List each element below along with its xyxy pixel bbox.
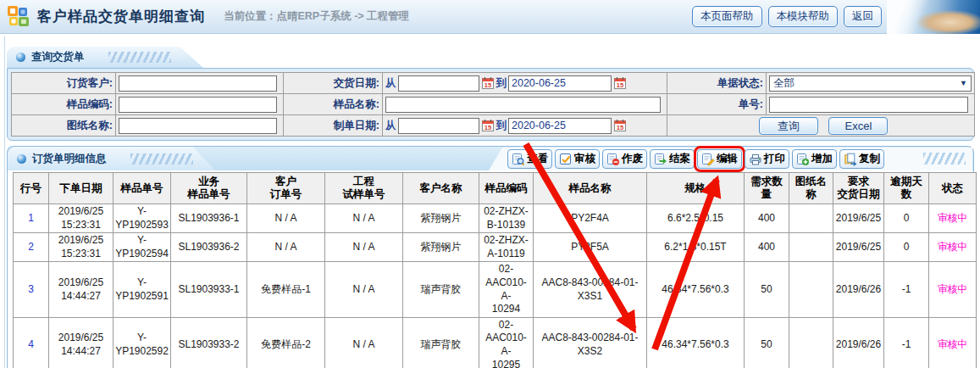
detail-section-tab: 订货单明细信息 bbox=[8, 147, 215, 170]
add-button[interactable]: 增加 bbox=[792, 149, 837, 169]
cell: AAC8-843-00284-01- X3S2 bbox=[534, 317, 647, 368]
delivery-date-to-input[interactable] bbox=[508, 75, 612, 92]
copy-button[interactable]: 复制 bbox=[839, 149, 884, 169]
cell: 2019/6/25 15:23:31 bbox=[49, 204, 114, 233]
top-header: 客户样品交货单明细查询 当前位置：点晴ERP子系统 -> 工程管理 本页面帮助 … bbox=[0, 0, 980, 34]
cell: 3 bbox=[14, 262, 49, 317]
cell: N / A bbox=[325, 317, 403, 368]
query-form-body: 订货客户: 交货日期: 从 15 到 15 单据状态: 全 bbox=[7, 68, 974, 141]
print-icon bbox=[749, 153, 762, 166]
sample-name-input[interactable] bbox=[385, 97, 661, 113]
doc-status-select[interactable]: 全部 ▼ bbox=[769, 75, 972, 92]
delivery-date-from-input[interactable] bbox=[398, 75, 479, 92]
cell: Y- YP1902592 bbox=[114, 317, 171, 368]
sample-code-label: 样品编码: bbox=[12, 94, 116, 115]
excel-button[interactable]: Excel bbox=[828, 117, 888, 135]
order-detail-table: 行号 下单日期 样品单号 业务 样品单号 客户 订单号 工程 试样单号 客户名称… bbox=[13, 172, 977, 368]
cell: 50 bbox=[745, 262, 789, 317]
print-button[interactable]: 打印 bbox=[745, 149, 789, 169]
search-button[interactable]: 查询 bbox=[759, 117, 818, 135]
cell bbox=[789, 317, 833, 368]
delivery-date-label: 交货日期: bbox=[284, 73, 383, 94]
make-date-label: 制单日期: bbox=[284, 115, 383, 137]
cell: 2019/6/25 15:23:31 bbox=[49, 233, 114, 262]
cell: Y- YP1902593 bbox=[114, 204, 171, 233]
cell: 0 bbox=[884, 204, 929, 233]
col-line-no: 行号 bbox=[14, 173, 49, 204]
col-customer-name: 客户名称 bbox=[403, 173, 479, 204]
close-case-button[interactable]: 结案 bbox=[650, 149, 695, 169]
cell: SL1903933-1 bbox=[171, 262, 247, 317]
svg-text:15: 15 bbox=[484, 124, 490, 131]
to-label: 到 bbox=[496, 119, 507, 133]
order-customer-input[interactable] bbox=[119, 75, 277, 92]
cell: 46.34*7.56*0.3 bbox=[647, 317, 745, 368]
module-help-button[interactable]: 本模块帮助 bbox=[768, 6, 839, 27]
page-title: 客户样品交货单明细查询 bbox=[37, 7, 205, 26]
drawing-name-input[interactable] bbox=[119, 118, 277, 134]
sample-name-label: 样品名称: bbox=[284, 94, 383, 115]
cell: N / A bbox=[247, 233, 325, 262]
cell: 400 bbox=[745, 233, 789, 262]
void-button[interactable]: 作废 bbox=[602, 149, 647, 169]
cell: Y- YP1902594 bbox=[114, 233, 171, 262]
svg-text:15: 15 bbox=[484, 81, 490, 89]
calendar-icon[interactable]: 15 bbox=[613, 119, 627, 132]
view-button[interactable]: 查看 bbox=[507, 149, 552, 169]
col-trial-no: 工程 试样单号 bbox=[325, 173, 403, 204]
table-row[interactable]: 4 2019/6/25 14:44:27 Y- YP1902592 SL1903… bbox=[14, 317, 977, 368]
doc-status-value: 全部 bbox=[773, 76, 795, 91]
col-spec: 规格 bbox=[647, 173, 745, 204]
col-sample-code: 样品编码 bbox=[479, 173, 534, 204]
doc-no-input[interactable] bbox=[769, 97, 968, 113]
cell: 2019/6/26 bbox=[833, 317, 884, 368]
cell: 紫翔钢片 bbox=[403, 204, 479, 233]
doc-status-label: 单据状态: bbox=[667, 73, 767, 94]
col-biz-sample-no: 业务 样品单号 bbox=[171, 173, 247, 204]
table-row[interactable]: 2 2019/6/25 15:23:31 Y- YP1902594 SL1903… bbox=[14, 233, 977, 262]
cell: 02- AAC010-A- 10295 bbox=[479, 317, 534, 368]
cell: 0 bbox=[884, 233, 929, 262]
cell: 02-ZHZX- A-10119 bbox=[479, 233, 534, 262]
col-qty: 需求数量 bbox=[745, 173, 789, 204]
cell: Y- YP1902591 bbox=[114, 262, 171, 317]
col-drawing: 图纸名称 bbox=[789, 173, 833, 204]
from-label: 从 bbox=[385, 119, 396, 133]
make-date-from-input[interactable] bbox=[398, 118, 479, 134]
calendar-icon[interactable]: 15 bbox=[613, 76, 627, 90]
app-logo bbox=[7, 5, 30, 28]
cell: -1 bbox=[884, 317, 929, 368]
caret-down-icon: ▼ bbox=[960, 79, 967, 87]
stripes-decoration bbox=[108, 52, 171, 63]
sample-code-input[interactable] bbox=[119, 97, 277, 113]
cell: 6.6*2.5*0.15 bbox=[647, 204, 745, 233]
cell: 2019/6/25 bbox=[833, 233, 884, 262]
cell: AAC8-843-00284-01- X3S1 bbox=[534, 262, 647, 317]
cell: PY2F5A bbox=[534, 233, 647, 262]
query-section-title: 查询交货单 bbox=[31, 50, 85, 64]
to-label: 到 bbox=[496, 76, 507, 91]
edit-button[interactable]: 编辑 bbox=[697, 149, 742, 169]
cell: 46.34*7.56*0.3 bbox=[647, 262, 745, 317]
cell: 瑞声背胶 bbox=[403, 317, 479, 368]
detail-section: 订货单明细信息 查看 审核 作废 结案 编辑 bbox=[7, 146, 974, 368]
cell bbox=[789, 262, 833, 317]
breadcrumb: 当前位置：点晴ERP子系统 -> 工程管理 bbox=[224, 9, 409, 24]
table-row[interactable]: 1 2019/6/25 15:23:31 Y- YP1902593 SL1903… bbox=[14, 204, 977, 233]
stripes-decoration bbox=[923, 153, 966, 164]
col-order-date: 下单日期 bbox=[49, 173, 114, 204]
cell bbox=[789, 204, 833, 233]
calendar-icon[interactable]: 15 bbox=[481, 119, 495, 132]
make-date-to-input[interactable] bbox=[508, 118, 612, 134]
cell: N / A bbox=[247, 204, 325, 233]
cell: 2 bbox=[14, 233, 49, 262]
audit-button[interactable]: 审核 bbox=[555, 149, 600, 169]
void-icon bbox=[606, 153, 620, 166]
table-row[interactable]: 3 2019/6/25 14:44:27 Y- YP1902591 SL1903… bbox=[14, 262, 977, 317]
cell: N / A bbox=[325, 204, 403, 233]
page-help-button[interactable]: 本页面帮助 bbox=[692, 6, 762, 27]
back-button[interactable]: 返回 bbox=[844, 6, 882, 27]
calendar-icon[interactable]: 15 bbox=[481, 76, 495, 90]
cell: N / A bbox=[325, 233, 403, 262]
cell: 02- AAC010-A- 10294 bbox=[479, 262, 534, 317]
